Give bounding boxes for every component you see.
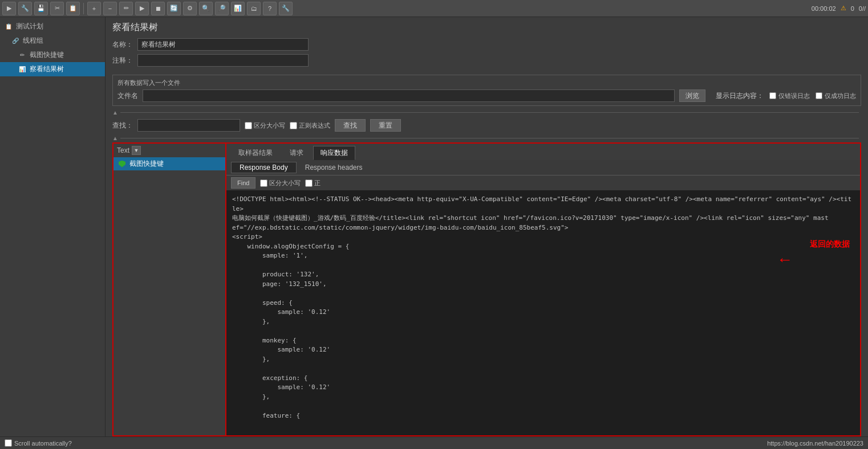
comment-label: 注释： bbox=[112, 56, 133, 66]
main-toolbar: ▶ 🔧 💾 ✂ 📋 + − ✏ ▶ ⏹ 🔄 ⚙ 🔍 🔎 📊 🗂 ? 🔧 00:0… bbox=[0, 0, 868, 17]
panel-title: 察看结果树 bbox=[112, 22, 861, 34]
toolbar-btn-run[interactable]: ▶ bbox=[135, 2, 149, 15]
regex-checkbox[interactable] bbox=[290, 122, 297, 129]
divider-arrow-down[interactable]: ▲ bbox=[112, 135, 118, 141]
divider-arrow-up[interactable]: ▲ bbox=[112, 109, 118, 116]
tree-header: Text ▼ bbox=[113, 144, 225, 157]
warning-count: 0 bbox=[851, 5, 854, 12]
name-label: 名称： bbox=[112, 40, 133, 50]
toolbar-btn-1[interactable]: ▶ bbox=[2, 2, 16, 15]
toolbar-btn-11[interactable]: 🗂 bbox=[247, 2, 261, 15]
warning-icon: ⚠ bbox=[841, 5, 846, 12]
tab-sampler-result[interactable]: 取样器结果 bbox=[231, 146, 280, 160]
divider-1: ▲ bbox=[106, 108, 868, 117]
response-case-checkbox[interactable] bbox=[260, 179, 267, 187]
only-success-label: 仅成功日志 bbox=[825, 92, 856, 100]
file-section: 所有数据写入一个文件 文件名 浏览 显示日志内容： 仅错误日志 仅成功日志 bbox=[112, 75, 861, 106]
toolbar-btn-2[interactable]: 🔧 bbox=[18, 2, 32, 15]
search-label: 查找： bbox=[112, 121, 133, 130]
log-options: 显示日志内容： 仅错误日志 仅成功日志 bbox=[716, 91, 856, 101]
toolbar-btn-remove[interactable]: − bbox=[103, 2, 117, 15]
browse-button[interactable]: 浏览 bbox=[679, 89, 705, 102]
only-errors-option[interactable]: 仅错误日志 bbox=[769, 92, 810, 100]
search-input[interactable] bbox=[137, 119, 240, 132]
toolbar-btn-12[interactable]: 🔧 bbox=[279, 2, 293, 15]
reset-button[interactable]: 重置 bbox=[370, 119, 401, 132]
toolbar-btn-3[interactable]: 💾 bbox=[34, 2, 48, 15]
file-row: 文件名 浏览 显示日志内容： 仅错误日志 仅成功日志 bbox=[117, 89, 856, 102]
response-regex-label: 正 bbox=[314, 179, 321, 187]
comment-input[interactable] bbox=[137, 54, 309, 67]
scroll-check[interactable]: Scroll automatically? bbox=[5, 439, 72, 447]
tabs-row: 取样器结果 请求 响应数据 bbox=[226, 144, 860, 160]
section-title: 所有数据写入一个文件 bbox=[117, 79, 856, 87]
scroll-label: Scroll automatically? bbox=[14, 440, 72, 447]
toolbar-btn-8[interactable]: 🔍 bbox=[199, 2, 213, 15]
toolbar-btn-add[interactable]: + bbox=[87, 2, 101, 15]
counter-value: 0// bbox=[859, 5, 866, 12]
toolbar-btn-4[interactable]: ✂ bbox=[50, 2, 64, 15]
case-sensitive-checkbox[interactable] bbox=[245, 122, 252, 129]
toolbar-btn-help[interactable]: ? bbox=[263, 2, 277, 15]
toolbar-btn-7[interactable]: ⚙ bbox=[183, 2, 197, 15]
divider-line bbox=[120, 112, 859, 113]
file-input[interactable] bbox=[143, 89, 675, 102]
toolbar-btn-5[interactable]: 📋 bbox=[66, 2, 80, 15]
subtabs-row: Response Body Response headers bbox=[226, 160, 860, 175]
only-errors-label: 仅错误日志 bbox=[778, 92, 810, 100]
main-layout: 📋 测试计划 🔗 线程组 ✏ 截图快捷键 📊 察看结果树 察看结果树 名称： 注… bbox=[0, 17, 868, 436]
tree-header-label: Text bbox=[117, 146, 129, 154]
shortcut-icon: ✏ bbox=[18, 51, 26, 59]
subtab-response-headers[interactable]: Response headers bbox=[297, 162, 371, 173]
response-case-option[interactable]: 区分大小写 bbox=[260, 179, 301, 187]
divider-line-2 bbox=[120, 138, 859, 138]
toolbar-btn-6[interactable]: 🔄 bbox=[167, 2, 181, 15]
tree-dropdown[interactable]: ▼ bbox=[132, 146, 141, 155]
bottom-bar: Scroll automatically? https://blog.csdn.… bbox=[0, 436, 868, 449]
find-row: Find 区分大小写 正 bbox=[226, 175, 860, 190]
response-case-label: 区分大小写 bbox=[269, 179, 301, 187]
separator-1 bbox=[83, 3, 84, 14]
name-input[interactable] bbox=[137, 38, 309, 51]
tab-response-data[interactable]: 响应数据 bbox=[313, 146, 355, 160]
toolbar-timer: 00:00:02 ⚠ 0 0// bbox=[812, 5, 866, 12]
regex-option[interactable]: 正则表达式 bbox=[290, 121, 330, 130]
bottom-url: https://blog.csdn.net/han20190223 bbox=[767, 440, 863, 447]
log-content-label: 显示日志内容： bbox=[716, 91, 764, 101]
sidebar-item-shortcut[interactable]: ✏ 截图快捷键 bbox=[0, 48, 105, 62]
toolbar-btn-stop[interactable]: ⏹ bbox=[151, 2, 165, 15]
regex-label: 正则表达式 bbox=[299, 121, 330, 130]
scroll-checkbox[interactable] bbox=[5, 439, 12, 447]
toolbar-btn-clear[interactable]: ✏ bbox=[119, 2, 133, 15]
sidebar-item-label: 截图快捷键 bbox=[30, 50, 64, 60]
toolbar-btn-10[interactable]: 📊 bbox=[231, 2, 245, 15]
search-row: 查找： 区分大小写 正则表达式 查找 重置 bbox=[106, 117, 868, 134]
divider-2: ▲ bbox=[106, 134, 868, 142]
tree-panel: Text ▼ 截图快捷键 bbox=[112, 142, 226, 436]
results-area: Text ▼ 截图快捷键 取样器结果 请求 响应数据 bbox=[106, 142, 868, 436]
tab-request[interactable]: 请求 bbox=[282, 146, 311, 160]
sidebar-item-testplan[interactable]: 📋 测试计划 bbox=[0, 19, 105, 34]
file-label: 文件名 bbox=[117, 91, 138, 101]
tree-item-shortcut[interactable]: 截图快捷键 bbox=[113, 157, 225, 170]
sidebar-item-resulttree[interactable]: 📊 察看结果树 bbox=[0, 62, 105, 76]
threadgroup-icon: 🔗 bbox=[11, 37, 19, 45]
toolbar-btn-9[interactable]: 🔎 bbox=[215, 2, 229, 15]
response-regex-checkbox[interactable] bbox=[305, 179, 313, 187]
response-regex-option[interactable]: 正 bbox=[305, 179, 321, 187]
sidebar-item-label: 测试计划 bbox=[16, 22, 43, 31]
testplan-icon: 📋 bbox=[5, 23, 13, 31]
subtab-response-body[interactable]: Response Body bbox=[231, 162, 297, 173]
only-success-option[interactable]: 仅成功日志 bbox=[816, 92, 856, 100]
response-find-button[interactable]: Find bbox=[231, 177, 255, 189]
case-sensitive-option[interactable]: 区分大小写 bbox=[245, 121, 285, 130]
only-success-checkbox[interactable] bbox=[816, 92, 822, 99]
resulttree-icon: 📊 bbox=[18, 66, 26, 74]
find-button[interactable]: 查找 bbox=[335, 119, 366, 132]
shield-icon bbox=[119, 161, 125, 168]
sidebar-item-threadgroup[interactable]: 🔗 线程组 bbox=[0, 34, 105, 48]
sidebar: 📋 测试计划 🔗 线程组 ✏ 截图快捷键 📊 察看结果树 bbox=[0, 17, 106, 436]
only-errors-checkbox[interactable] bbox=[769, 92, 776, 99]
panel-header: 察看结果树 名称： 注释： bbox=[106, 17, 868, 72]
sidebar-item-label: 线程组 bbox=[23, 36, 43, 46]
